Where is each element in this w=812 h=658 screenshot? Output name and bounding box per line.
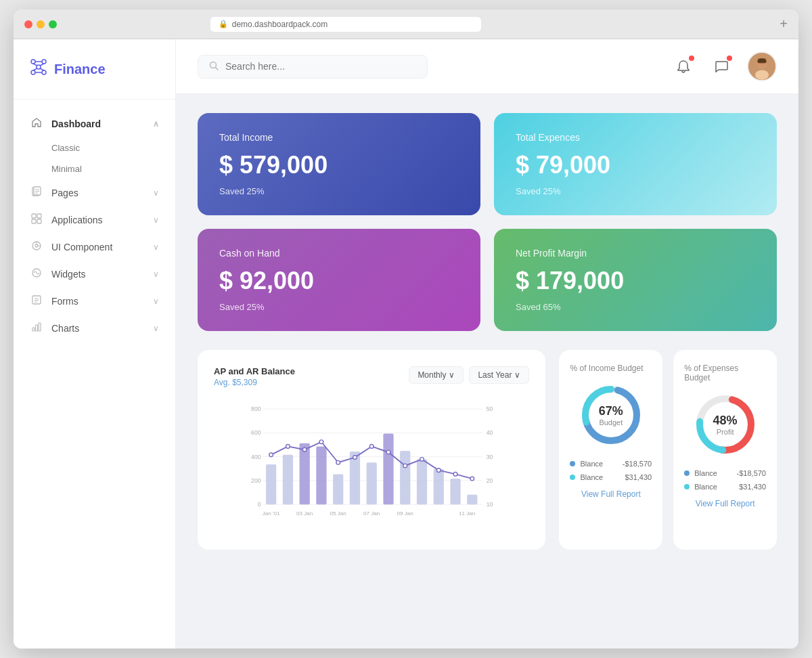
legend-label-2-expenses: Blance — [684, 483, 717, 491]
chart-filters: Monthly ∨ Last Year ∨ — [409, 366, 529, 384]
svg-line-6 — [33, 64, 37, 66]
search-input[interactable] — [225, 61, 416, 72]
stat-card-value-cash: $ 92,000 — [219, 267, 459, 295]
filter-year-button[interactable]: Last Year ∨ — [469, 366, 529, 384]
donut-svg-expenses: 48% Profit — [692, 391, 759, 458]
sidebar-item-minimal[interactable]: Minimal — [14, 158, 175, 179]
donut-percent-expenses: 48% — [713, 414, 738, 428]
stat-card-net-profit: Net Profit Margin $ 179,000 Saved 65% — [494, 229, 777, 331]
bar-chart-svg: 800 600 400 200 0 50 40 30 20 10 — [214, 398, 529, 533]
svg-text:Jan '01: Jan '01 — [263, 510, 280, 517]
chevron-down-icon: ∨ — [153, 188, 159, 198]
donut-cards: % of Income Budget 67% — [559, 350, 777, 550]
dot-yellow[interactable] — [37, 20, 45, 28]
svg-point-4 — [42, 70, 46, 74]
messages-badge — [727, 56, 732, 61]
sidebar-item-label-charts: Charts — [51, 323, 145, 334]
messages-button[interactable] — [709, 54, 734, 79]
svg-text:200: 200 — [251, 477, 261, 484]
donut-card-expenses: % of Expenses Budget 48% — [673, 350, 777, 550]
svg-rect-60 — [367, 462, 377, 504]
logo-text: Finance — [54, 62, 106, 77]
svg-text:40: 40 — [487, 429, 493, 436]
legend-value-1-expenses: -$18,570 — [737, 469, 766, 477]
sidebar-item-pages[interactable]: Pages ∨ — [14, 179, 175, 206]
stat-card-sub-income: Saved 25% — [219, 186, 459, 196]
stat-card-sub-expenses: Saved 25% — [516, 186, 755, 196]
stat-card-title-profit: Net Profit Margin — [516, 248, 755, 259]
svg-line-7 — [40, 64, 44, 66]
chevron-down-icon-forms: ∨ — [153, 297, 159, 306]
dot-green[interactable] — [49, 20, 57, 28]
svg-rect-30 — [36, 325, 38, 331]
svg-rect-38 — [758, 58, 767, 63]
svg-rect-16 — [32, 214, 36, 218]
svg-rect-29 — [32, 328, 35, 331]
chevron-down-icon-apps: ∨ — [153, 215, 159, 225]
filter-monthly-button[interactable]: Monthly ∨ — [409, 366, 464, 384]
stat-card-title-income: Total Income — [219, 132, 459, 143]
svg-point-68 — [286, 445, 290, 449]
chevron-down-icon-ui: ∨ — [153, 242, 159, 252]
stat-card-title-cash: Cash on Hand — [219, 248, 459, 259]
chevron-down-monthly: ∨ — [449, 370, 455, 380]
donut-label-expenses: Profit — [713, 428, 738, 436]
view-report-income-button[interactable]: View Full Report — [570, 489, 652, 499]
svg-point-77 — [436, 468, 441, 473]
legend-dot-1-income — [570, 461, 575, 466]
charts-icon — [30, 322, 43, 335]
stat-cards: Total Income $ 579,000 Saved 25% Total E… — [198, 113, 777, 331]
dot-red[interactable] — [24, 20, 32, 28]
legend-label-2-income: Blance — [570, 473, 603, 481]
lock-icon: 🔒 — [219, 20, 228, 28]
svg-point-69 — [302, 447, 307, 452]
legend-value-1-income: -$18,570 — [623, 460, 652, 468]
sidebar-item-forms[interactable]: Forms ∨ — [14, 288, 175, 315]
notification-badge — [689, 56, 694, 61]
bottom-section: AP and AR Balance Avg. $5,309 Monthly ∨ … — [198, 350, 777, 550]
browser-url-bar[interactable]: 🔒 demo.dashboardpack.com — [210, 17, 481, 32]
donut-title-expenses: % of Expenses Budget — [684, 364, 766, 382]
svg-rect-55 — [283, 455, 293, 504]
ap-ar-chart-card: AP and AR Balance Avg. $5,309 Monthly ∨ … — [198, 350, 545, 550]
sidebar-item-dashboard[interactable]: Dashboard ∧ — [14, 110, 175, 137]
legend-dot-1-expenses — [684, 470, 690, 476]
donut-card-income: % of Income Budget 67% — [559, 350, 662, 550]
svg-text:10: 10 — [487, 501, 493, 508]
chart-subtitle: Avg. $5,309 — [214, 378, 295, 387]
svg-rect-64 — [434, 469, 444, 504]
svg-rect-31 — [39, 323, 41, 331]
sidebar-item-classic[interactable]: Classic — [14, 137, 175, 158]
svg-point-3 — [31, 70, 35, 74]
pages-icon — [30, 186, 43, 200]
stat-card-value-expenses: $ 79,000 — [516, 151, 755, 179]
donut-center-expenses: 48% Profit — [684, 391, 766, 458]
svg-text:09 Jan: 09 Jan — [397, 510, 413, 517]
topbar-actions — [671, 51, 777, 81]
sidebar-item-label-dashboard: Dashboard — [51, 118, 145, 129]
search-box[interactable] — [198, 55, 428, 79]
sidebar-item-label-ui: UI Component — [51, 242, 145, 253]
stat-card-sub-cash: Saved 25% — [219, 302, 459, 312]
sidebar-item-label-applications: Applications — [51, 215, 145, 225]
legend-dot-2-income — [570, 475, 575, 480]
notifications-button[interactable] — [671, 54, 696, 79]
sidebar-item-applications[interactable]: Applications ∨ — [14, 206, 175, 234]
sidebar-item-widgets[interactable]: Widgets ∨ — [14, 261, 175, 288]
content-area: Total Income $ 579,000 Saved 25% Total E… — [176, 94, 798, 649]
svg-text:30: 30 — [487, 454, 493, 460]
sidebar-item-ui-component[interactable]: UI Component ∨ — [14, 234, 175, 261]
svg-point-70 — [319, 440, 323, 444]
avatar[interactable] — [747, 51, 777, 81]
sidebar-item-charts[interactable]: Charts ∨ — [14, 315, 175, 342]
ui-component-icon — [30, 240, 43, 254]
view-report-expenses-button[interactable]: View Full Report — [684, 499, 766, 508]
svg-line-33 — [216, 67, 219, 70]
donut-svg-income: 67% Budget — [577, 381, 645, 449]
browser-toolbar: 🔒 demo.dashboardpack.com + — [14, 9, 798, 39]
new-tab-button[interactable]: + — [780, 16, 788, 32]
svg-line-9 — [40, 68, 44, 70]
svg-text:600: 600 — [251, 429, 261, 436]
sidebar-item-label-widgets: Widgets — [51, 269, 145, 280]
svg-point-76 — [420, 458, 424, 462]
